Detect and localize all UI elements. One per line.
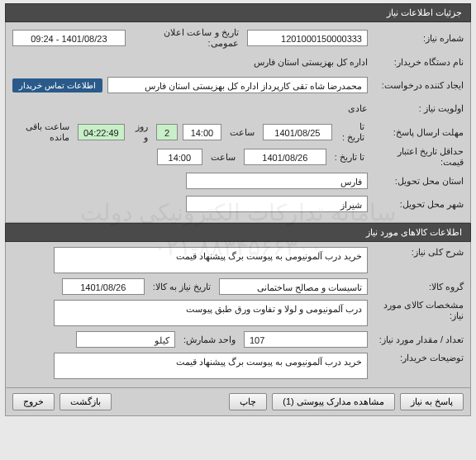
unit-label: واحد شمارش: — [180, 334, 239, 345]
back-button[interactable]: بازگشت — [60, 393, 112, 410]
deadline-label: مهلت ارسال پاسخ: — [373, 127, 464, 138]
spec-field: درب آلمونیومی و لولا و تفاوت ورق طبق پیو… — [54, 300, 368, 326]
city-field: شیراز — [186, 196, 368, 212]
days-unit: روز و — [130, 121, 152, 143]
need-no-field: 1201000150000333 — [247, 30, 368, 46]
time-label-1: ساعت — [226, 127, 258, 138]
to-date-label-2: تا تاریخ : — [331, 152, 368, 163]
validity-date-field: 1401/08/26 — [244, 149, 326, 165]
time-label-2: ساعت — [207, 152, 239, 163]
spec-label: مشخصات کالای مورد نیاز: — [373, 300, 464, 321]
deadline-time-field: 14:00 — [183, 124, 221, 140]
desc-field: خرید درب آلمونیومی به پیوست برگ پیشنهاد … — [54, 247, 368, 273]
unit-field: کیلو — [76, 331, 175, 348]
need-date-field: 1401/08/26 — [62, 278, 145, 295]
creator-label: ایجاد کننده درخواست: — [373, 80, 464, 91]
need-date-label: تاریخ نیاز به کالا: — [150, 282, 214, 292]
buyer-org-value: اداره کل بهزیستی استان فارس — [254, 57, 368, 68]
announce-label: تاریخ و ساعت اعلان عمومی: — [131, 27, 242, 49]
section-header-details: جزئیات اطلاعات نیاز — [5, 3, 471, 22]
creator-field: محمدرضا شاه تقی کارپرداز اداره کل بهزیست… — [107, 77, 368, 93]
need-no-label: شماره نیاز: — [373, 33, 464, 44]
section-title-2: اطلاعات کالاهای مورد نیاز — [366, 227, 462, 237]
print-button[interactable]: چاپ — [229, 393, 267, 410]
announce-field: 1401/08/23 - 09:24 — [12, 30, 126, 46]
group-field: تاسیسات و مصالح ساختمانی — [219, 278, 368, 295]
buyer-notes-label: توضیحات خریدار: — [373, 353, 464, 363]
deadline-date-field: 1401/08/25 — [263, 124, 332, 140]
days-remaining-field: 2 — [156, 124, 177, 140]
desc-label: شرح کلی نیاز: — [373, 247, 464, 258]
qty-field: 107 — [244, 331, 368, 348]
section-title: جزئیات اطلاعات نیاز — [387, 7, 462, 17]
province-field: فارس — [186, 173, 368, 189]
city-label: شهر محل تحویل: — [373, 199, 464, 210]
section-header-goods: اطلاعات کالاهای مورد نیاز — [5, 223, 471, 242]
time-remaining-field: 04:22:49 — [78, 124, 125, 140]
validity-time-field: 14:00 — [157, 149, 202, 165]
priority-label: اولویت نیاز : — [373, 103, 464, 114]
exit-button[interactable]: خروج — [12, 393, 55, 410]
province-label: استان محل تحویل: — [373, 176, 464, 187]
footer-toolbar: پاسخ به نیاز مشاهده مدارک پیوستی (1) چاپ… — [5, 388, 471, 416]
qty-label: تعداد / مقدار مورد نیاز: — [373, 334, 464, 345]
respond-button[interactable]: پاسخ به نیاز — [400, 393, 464, 410]
goods-body: شرح کلی نیاز: خرید درب آلمونیومی به پیوس… — [5, 242, 471, 388]
attachments-button[interactable]: مشاهده مدارک پیوستی (1) — [272, 393, 395, 410]
to-date-label: تا تاریخ : — [337, 121, 368, 143]
group-label: گروه کالا: — [373, 282, 464, 292]
priority-value: عادی — [348, 103, 368, 114]
details-body: شماره نیاز: 1201000150000333 تاریخ و ساع… — [5, 22, 471, 223]
remain-label: ساعت باقی مانده — [12, 121, 73, 143]
buyer-org-label: نام دستگاه خریدار: — [373, 57, 464, 68]
contact-buyer-link[interactable]: اطلاعات تماس خریدار — [12, 78, 102, 92]
validity-label: حداقل تاریخ اعتبار قیمت: — [373, 146, 464, 168]
buyer-notes-field: خرید درب آلمونیومی به پیوست برگ پیشنهاد … — [54, 353, 368, 379]
